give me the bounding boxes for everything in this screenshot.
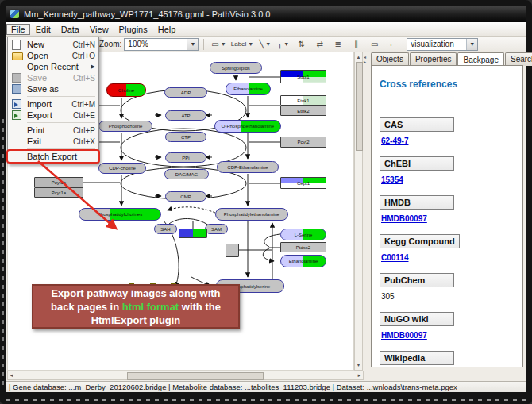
connector-tool-icon: ╮ [277, 40, 282, 48]
label-tool[interactable]: Label▼ [231, 38, 254, 50]
pathway-node-covered-gene-box[interactable] [179, 229, 207, 238]
tab-objects[interactable]: Objects [371, 52, 409, 66]
callout-text-highlight: html format [122, 301, 179, 313]
file-menu-item-save-as[interactable]: Save as [8, 83, 98, 94]
pathway-node-ptdss2[interactable]: Ptdss2 [280, 242, 326, 252]
pathway-node-sgpl1[interactable]: Sgpl1 [280, 70, 326, 83]
chevron-down-icon[interactable]: ▼ [187, 39, 198, 50]
tab-backpage[interactable]: Backpage [457, 52, 503, 66]
menu-item-shortcut: Ctrl+M [71, 100, 95, 109]
pathway-node-sah[interactable]: SAH [154, 224, 177, 234]
new-icon [12, 40, 21, 50]
title-bar[interactable]: Mm_Kennedy_pathway_WP1771_45176.gpml - P… [6, 6, 526, 22]
menubar-item-data[interactable]: Data [56, 24, 84, 35]
file-menu-item-print[interactable]: PrintCtrl+P [8, 125, 98, 136]
pathway-node-ethanolamine-top[interactable]: Ethanolamine [226, 83, 271, 95]
connector-tool[interactable]: ╮▼ [276, 38, 290, 50]
file-menu-item-export[interactable]: ExportCtrl+E [8, 110, 98, 121]
zoom-combobox[interactable]: 100% ▼ [124, 38, 199, 51]
pathway-node-cdp-ethanolamine[interactable]: CDP-Ethanolamine [217, 161, 279, 173]
screenshot-root: Mm_Kennedy_pathway_WP1771_45176.gpml - P… [0, 0, 532, 404]
line-tool[interactable]: ╲▼ [258, 38, 272, 50]
file-menu-item-exit[interactable]: ExitCtrl+X [8, 136, 98, 147]
scroll-down-icon[interactable]: ▼ [355, 361, 362, 369]
datanode-tool[interactable]: ▭▼ [211, 38, 226, 50]
pathway-node-ppi[interactable]: PPi [165, 152, 206, 163]
menu-separator [27, 122, 95, 123]
zoom-label: Zoom: [99, 40, 121, 48]
scale-button[interactable]: ▭ [368, 38, 381, 50]
pathway-node-phosphocholine[interactable]: Phosphocholine [98, 121, 152, 132]
group-button[interactable]: ⌐ [386, 38, 399, 50]
scroll-left-icon[interactable]: ◄ [8, 371, 15, 379]
menu-item-label: Save as [27, 84, 95, 94]
tab-properties[interactable]: Properties [410, 52, 457, 66]
backpage-content[interactable]: Cross references CAS62-49-7ChEBI15354HMD… [371, 65, 523, 367]
pathway-node-phosphatidylcholines[interactable]: Phosphatidylcholines [79, 208, 161, 221]
tab-search[interactable]: Search [505, 52, 532, 66]
vertical-scroll-thumb[interactable] [356, 62, 363, 151]
menu-item-label: Exit [27, 137, 68, 146]
file-menu-item-batch-export[interactable]: Batch Export [8, 151, 98, 162]
splitter-grip-icon[interactable]: ◂▸ [364, 55, 366, 64]
menubar-item-plugins[interactable]: Plugins [114, 24, 152, 35]
pathway-node-cmp[interactable]: CMP [165, 191, 206, 202]
chevron-down-icon[interactable]: ▼ [248, 41, 253, 47]
stack-horizontal-button[interactable]: ∥ [349, 38, 363, 50]
chevron-down-icon[interactable]: ▼ [221, 41, 226, 47]
pathway-node-ctp[interactable]: CTP [165, 132, 206, 142]
pathway-node-pcyt1b[interactable]: Pcyt1b [34, 177, 83, 187]
menubar-item-view[interactable]: View [85, 24, 114, 35]
pathway-node-pcyt2[interactable]: Pcyt2 [280, 137, 326, 148]
chevron-down-icon[interactable]: ▼ [283, 41, 289, 47]
pathway-node-atp[interactable]: ATP [165, 110, 206, 121]
xref-link[interactable]: HMDB00097 [381, 214, 515, 223]
canvas-horizontal-scrollbar[interactable]: ◄ ► [7, 371, 364, 380]
pathway-node-o-phosphoethanolamine[interactable]: O-Phosphoethanolamine [214, 120, 281, 133]
pathway-node-ethanolamine-low[interactable]: Ethanolamine [280, 255, 326, 267]
xref-link[interactable]: 62-49-7 [381, 137, 515, 145]
file-menu-item-new[interactable]: NewCtrl+N [8, 39, 98, 50]
horizontal-scroll-thumb[interactable] [127, 372, 264, 380]
pathway-node-etnk2[interactable]: Etnk2 [280, 106, 326, 116]
panel-splitter[interactable]: ◂▸ [363, 52, 369, 371]
menu-item-shortcut: Ctrl+P [73, 126, 95, 135]
canvas-vertical-scrollbar[interactable]: ▲ ▼ [354, 52, 363, 371]
align-middle-button[interactable]: ⇄ [313, 38, 326, 50]
xref-link[interactable]: HMDB00097 [381, 331, 515, 340]
xref-link[interactable]: 15354 [381, 175, 515, 184]
pathway-node-sam[interactable]: SAM [205, 224, 228, 234]
pathway-node-pcyt1a[interactable]: Pcyt1a [34, 187, 83, 198]
pathway-node-cdp-choline[interactable]: CDP-choline [98, 163, 146, 174]
pathway-node-cept1[interactable]: Cept1 [280, 177, 326, 189]
app-icon [10, 10, 19, 18]
xref-link[interactable]: C00114 [381, 253, 515, 262]
file-menu-item-import[interactable]: ImportCtrl+M [8, 98, 98, 110]
pathway-node-choline-top[interactable]: Choline [106, 83, 146, 97]
visualization-combobox[interactable]: visualization ▼ [407, 38, 478, 51]
xref-section-cas: CAS62-49-7 [380, 117, 515, 145]
align-center-button[interactable]: ⇅ [295, 38, 308, 50]
group-button-icon: ⌐ [391, 40, 395, 48]
file-menu-item-open-recent[interactable]: Open Recent▶ [8, 61, 98, 72]
pathway-node-sphingolipids[interactable]: Sphingolipids [210, 62, 262, 74]
pathway-node-dag-mag[interactable]: DAG/MAG [164, 169, 209, 179]
pathway-node-small-gene-box[interactable] [226, 244, 239, 257]
menu-separator [27, 96, 95, 97]
menubar-item-file[interactable]: File [6, 24, 30, 35]
menubar-item-help[interactable]: Help [153, 24, 181, 35]
pathway-node-etnk1[interactable]: Etnk1 [280, 95, 326, 106]
scroll-right-icon[interactable]: ► [356, 371, 363, 379]
chevron-down-icon[interactable]: ▼ [466, 39, 477, 50]
menu-icon-spacer [10, 137, 24, 146]
side-panel: ObjectsPropertiesBackpageSearchLegend Cr… [369, 52, 526, 371]
pathway-node-l-serine[interactable]: L-Serine [280, 229, 326, 240]
pathway-node-adp[interactable]: ADP [164, 87, 207, 98]
chevron-down-icon[interactable]: ▼ [265, 41, 271, 47]
stack-vertical-button[interactable]: ≣ [331, 38, 345, 50]
pathway-node-phosphatidylethanolamine[interactable]: Phosphatidylethanolamine [215, 208, 288, 221]
file-menu-item-open[interactable]: OpenCtrl+O [8, 50, 98, 61]
stack-vertical-button-icon: ≣ [335, 40, 341, 48]
scroll-up-icon[interactable]: ▲ [355, 53, 362, 61]
menubar-item-edit[interactable]: Edit [31, 24, 56, 35]
